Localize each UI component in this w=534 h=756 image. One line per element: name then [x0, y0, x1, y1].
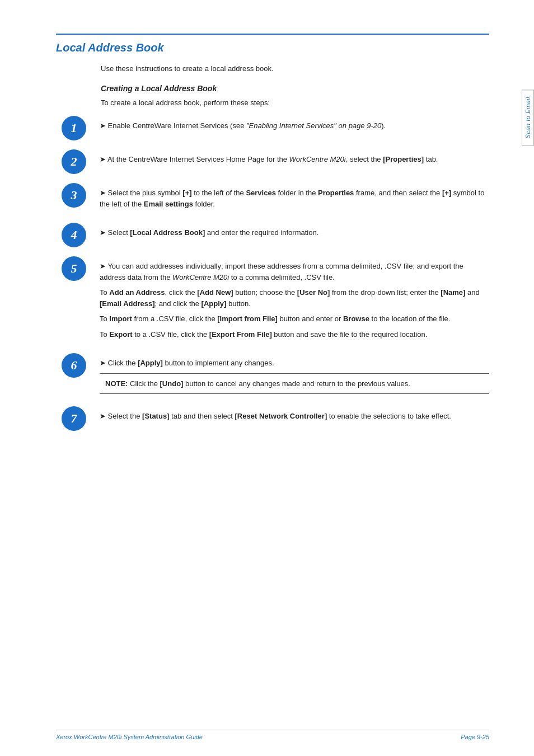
step-1-text: ➤ Enable CentreWare Internet Services (s…	[100, 120, 489, 132]
note-text: NOTE: Click the [Undo] button to cancel …	[105, 379, 410, 388]
step-4-content: ➤ Select [Local Address Book] and enter …	[100, 223, 489, 243]
page-container: Scan to Email Local Address Book Use the…	[0, 0, 534, 756]
step-4-icon: 4	[56, 223, 92, 247]
section-title: Creating a Local Address Book	[101, 84, 489, 93]
note-box: NOTE: Click the [Undo] button to cancel …	[100, 373, 489, 395]
step-4-circle: 4	[62, 223, 86, 247]
step-5-circle: 5	[62, 256, 86, 281]
step-5-text-2: To Add an Address, click the [Add New] b…	[100, 287, 489, 309]
step-5-content: ➤ You can add addresses individually; im…	[100, 256, 489, 344]
step-6-icon: 6	[56, 353, 92, 378]
step-1-row: 1 ➤ Enable CentreWare Internet Services …	[56, 116, 489, 140]
step-6-text: ➤ Click the [Apply] button to implement …	[100, 358, 489, 369]
step-7-icon: 7	[56, 406, 92, 431]
step-5-text-3: To Import from a .CSV file, click the [I…	[100, 313, 489, 325]
step-1-content: ➤ Enable CentreWare Internet Services (s…	[100, 116, 489, 136]
step-5-text-1: ➤ You can add addresses individually; im…	[100, 261, 489, 283]
step-2-text: ➤ At the CentreWare Internet Services Ho…	[100, 154, 489, 165]
step-3-row: 3 ➤ Select the plus symbol [+] to the le…	[56, 183, 489, 214]
step-7-row: 7 ➤ Select the [Status] tab and then sel…	[56, 406, 489, 431]
step-1-circle: 1	[62, 116, 86, 140]
step-5-icon: 5	[56, 256, 92, 281]
step-2-circle: 2	[62, 149, 86, 174]
step-3-content: ➤ Select the plus symbol [+] to the left…	[100, 183, 489, 214]
page-footer: Xerox WorkCentre M20i System Administrat…	[56, 730, 489, 740]
step-2-icon: 2	[56, 149, 92, 174]
step-2-content: ➤ At the CentreWare Internet Services Ho…	[100, 149, 489, 170]
step-5-text-4: To Export to a .CSV file, click the [Exp…	[100, 329, 489, 340]
step-2-row: 2 ➤ At the CentreWare Internet Services …	[56, 149, 489, 174]
step-7-text: ➤ Select the [Status] tab and then selec…	[100, 411, 489, 422]
step-4-row: 4 ➤ Select [Local Address Book] and ente…	[56, 223, 489, 247]
step-6-circle: 6	[62, 353, 86, 378]
step-3-circle: 3	[62, 183, 86, 208]
step-3-text: ➤ Select the plus symbol [+] to the left…	[100, 187, 489, 209]
step-1-icon: 1	[56, 116, 92, 140]
step-6-content: ➤ Click the [Apply] button to implement …	[100, 353, 489, 397]
step-7-content: ➤ Select the [Status] tab and then selec…	[100, 406, 489, 426]
side-tab: Scan to Email	[522, 90, 534, 145]
page-title: Local Address Book	[56, 34, 489, 54]
step-6-row: 6 ➤ Click the [Apply] button to implemen…	[56, 353, 489, 397]
intro-text: Use these instructions to create a local…	[101, 64, 489, 73]
footer-left: Xerox WorkCentre M20i System Administrat…	[56, 734, 203, 740]
step-7-circle: 7	[62, 406, 86, 431]
step-3-icon: 3	[56, 183, 92, 208]
step-5-row: 5 ➤ You can add addresses individually; …	[56, 256, 489, 344]
step-4-text: ➤ Select [Local Address Book] and enter …	[100, 227, 489, 238]
footer-right: Page 9-25	[461, 734, 489, 740]
steps-intro: To create a local address book, perform …	[101, 98, 489, 107]
